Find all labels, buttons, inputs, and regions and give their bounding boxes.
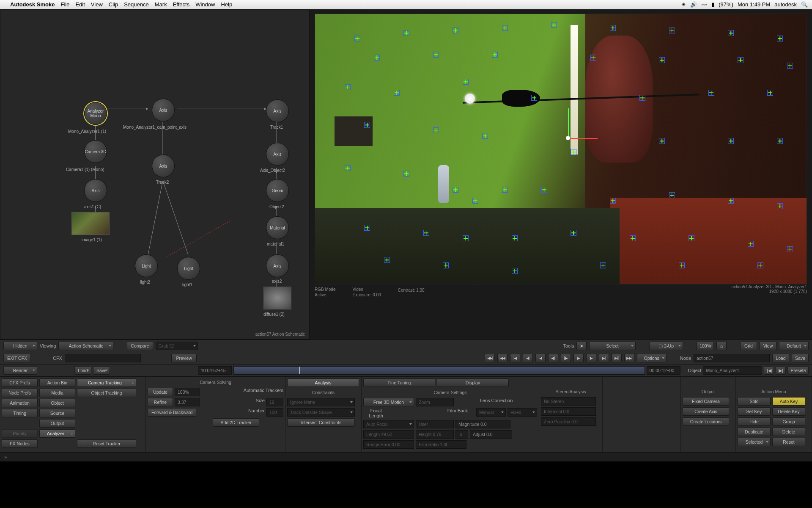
menu-file[interactable]: File (60, 1, 69, 8)
hidden-dropdown[interactable]: Hidden (3, 342, 37, 350)
tracker-marker[interactable] (551, 22, 557, 28)
tracker-marker[interactable] (610, 198, 616, 204)
presets-dropdown[interactable]: Presets (787, 366, 809, 375)
menu-clip[interactable]: Clip (109, 1, 118, 8)
object-field[interactable]: Mono_Analyzer1 (703, 366, 762, 375)
compare-button[interactable]: Compare (127, 342, 153, 350)
volume-icon[interactable]: 🔊 (690, 1, 697, 8)
tracker-marker[interactable] (364, 122, 370, 128)
node-camera3d[interactable]: Camera 3D (84, 140, 107, 163)
node-light[interactable]: Light (177, 257, 200, 280)
tab-node-prefs[interactable]: Node Prefs (2, 389, 38, 397)
tracker-marker[interactable] (738, 57, 743, 63)
spotlight-alt-icon[interactable]: ✴ (681, 1, 686, 8)
preview-button[interactable]: Preview (171, 354, 197, 362)
intersect-constraints-button[interactable]: Intersect Constraints (287, 418, 355, 427)
tracker-marker[interactable] (531, 95, 537, 101)
create-locators-button[interactable]: Create Locators (683, 417, 729, 426)
timeline-cursor[interactable] (299, 367, 300, 374)
tracker-marker[interactable] (757, 262, 763, 268)
tracker-marker[interactable] (708, 90, 714, 96)
tracker-marker[interactable] (689, 235, 694, 241)
transport-goto-start-icon[interactable]: |◀◀ (497, 354, 508, 362)
tracker-marker[interactable] (639, 95, 645, 101)
fine-tuning-tab[interactable]: Fine Tuning (363, 378, 435, 387)
tracker-marker[interactable] (384, 257, 390, 263)
menu-help[interactable]: Help (221, 1, 232, 8)
delete-button[interactable]: Delete (772, 428, 805, 436)
tracker-marker[interactable] (423, 230, 429, 236)
auto-key-button[interactable]: Auto Key (772, 397, 805, 406)
tracker-marker[interactable] (748, 241, 754, 247)
tracker-marker[interactable] (403, 171, 409, 177)
transport-step-fwd-icon[interactable]: |▶ (586, 354, 596, 362)
spotlight-icon[interactable]: 🔍 (801, 1, 808, 8)
tracker-marker[interactable] (463, 79, 469, 85)
analysis-tab[interactable]: Analysis (287, 378, 359, 387)
add-2d-tracker-button[interactable]: Add 2D Tracker (213, 418, 259, 427)
tracker-marker[interactable] (403, 30, 409, 36)
menu-sequence[interactable]: Sequence (124, 1, 149, 8)
node-diffuse-thumb[interactable] (263, 287, 291, 309)
tracker-marker[interactable] (728, 138, 734, 144)
set-key-button[interactable]: Set Key (738, 407, 771, 416)
tab-fx-nodes[interactable]: FX Nodes (2, 439, 38, 448)
fixed-camera-button[interactable]: Fixed Camera (683, 397, 729, 406)
render-dropdown[interactable]: Render (3, 366, 37, 375)
forward-backward-button[interactable]: Forward & Backward (148, 408, 196, 417)
tracker-marker[interactable] (787, 246, 793, 252)
transport-prev-key-icon[interactable]: |◀ (510, 354, 520, 362)
timecode-in[interactable]: 10:04:52+15 (198, 366, 232, 375)
create-axis-button[interactable]: Create Axis (683, 407, 729, 416)
tracker-marker[interactable] (777, 203, 783, 209)
update-button[interactable]: Update (148, 388, 173, 396)
reset-button[interactable]: Reset (772, 438, 805, 446)
tracker-marker[interactable] (512, 268, 518, 274)
menu-window[interactable]: Window (195, 1, 215, 8)
tracker-marker[interactable] (374, 55, 380, 61)
fixed-dropdown[interactable]: Fixed (508, 408, 537, 417)
tracker-marker[interactable] (433, 127, 439, 133)
tracker-marker[interactable] (728, 30, 734, 36)
tracker-marker[interactable] (492, 52, 498, 58)
tab-animation[interactable]: Animation (2, 399, 38, 407)
action-schematic-panel[interactable]: Analyzer Mono Mono_Analyzer1 (1) Camera … (0, 9, 310, 340)
node-axis[interactable]: Axis (152, 155, 175, 177)
node-geom[interactable]: Geom (266, 179, 289, 202)
tracker-marker[interactable] (669, 192, 675, 198)
cfx-field[interactable] (65, 354, 141, 362)
in-field[interactable]: In (455, 430, 468, 439)
grab-dropdown[interactable]: Grab [1] (156, 342, 198, 350)
node-material[interactable]: Material (266, 216, 289, 239)
tracker-marker[interactable] (679, 262, 685, 268)
node-axis[interactable]: Axis (84, 179, 107, 202)
user-name[interactable]: autodesk (774, 1, 797, 8)
delete-key-button[interactable]: Delete Key (772, 407, 805, 416)
zoom-dropdown[interactable]: 100% (697, 342, 714, 350)
node-field[interactable]: action57 (694, 354, 770, 362)
track-outside-dropdown[interactable]: Track Outside Shape (287, 408, 355, 417)
tracker-marker[interactable] (659, 57, 665, 63)
hide-button[interactable]: Hide (738, 417, 771, 426)
transport-goto-end-icon[interactable]: ▶▶| (624, 354, 634, 362)
group-button[interactable]: Group (772, 417, 805, 426)
load-dropdown[interactable]: Load (74, 366, 91, 375)
tracker-marker[interactable] (600, 262, 606, 268)
transport-step-back-group-icon[interactable]: ◀| (523, 354, 533, 362)
tab-analyzer[interactable]: Analyzer (39, 429, 75, 438)
tracker-marker[interactable] (571, 149, 576, 155)
solo-button[interactable]: Solo (738, 397, 771, 406)
reset-tracker-button[interactable]: Reset Tracker (77, 439, 136, 448)
tab-timing[interactable]: Timing (2, 409, 38, 417)
node-analyzer-mono[interactable]: Analyzer Mono (84, 102, 107, 125)
tracker-marker[interactable] (590, 55, 596, 61)
selected-dropdown[interactable]: Selected (738, 438, 771, 446)
display-tab[interactable]: Display (437, 378, 509, 387)
tracker-marker[interactable] (571, 230, 576, 236)
exit-cfx-button[interactable]: EXIT CFX (3, 354, 31, 362)
tracker-marker[interactable] (394, 90, 400, 96)
node-image-thumb[interactable] (71, 212, 110, 235)
grid-button[interactable]: Grid (740, 342, 757, 350)
tracker-marker[interactable] (354, 36, 360, 41)
number-field[interactable]: 100 (266, 408, 283, 417)
